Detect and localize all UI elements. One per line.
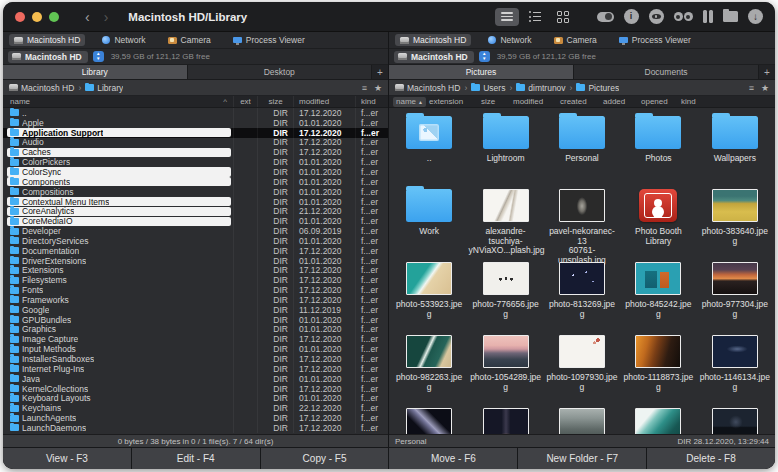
favorite-network[interactable]: Network	[97, 34, 150, 46]
file-row-launchagents[interactable]: LaunchAgentsDIR17.12.2020f...er	[3, 413, 388, 423]
file-row-components[interactable]: ComponentsDIR01.01.2020f...er	[3, 177, 388, 187]
tab-pictures[interactable]: Pictures	[389, 65, 574, 79]
favorite-macintosh-hd[interactable]: Macintosh HD	[395, 34, 471, 46]
drive-stepper[interactable]: ▲▼	[93, 51, 104, 62]
file-row-installersandboxes[interactable]: InstallerSandboxesDIR17.12.2020f...er	[3, 354, 388, 364]
drive-selector[interactable]: Macintosh HD	[394, 51, 474, 63]
file-row-input-methods[interactable]: Input MethodsDIR01.01.2020f...er	[3, 344, 388, 354]
file-row-extensions[interactable]: ExtensionsDIR17.12.2020f...er	[3, 266, 388, 276]
grid-item-darkland[interactable]	[697, 402, 773, 434]
file-row-internet-plug-ins[interactable]: Internet Plug-InsDIR17.12.2020f...er	[3, 364, 388, 374]
file-row-documentation[interactable]: DocumentationDIR17.12.2020f...er	[3, 246, 388, 256]
close-button[interactable]	[15, 12, 25, 22]
column-ext[interactable]: ext	[233, 96, 257, 107]
file-row-google[interactable]: GoogleDIR11.12.2019f...er	[3, 305, 388, 315]
column-size[interactable]: size	[257, 96, 293, 107]
breadcrumb-item-dimtrunov[interactable]: dimtrunov	[516, 83, 565, 93]
zoom-button[interactable]	[49, 12, 59, 22]
file-row-item[interactable]: ..DIR17.12.2020f...er	[3, 108, 388, 118]
file-row-gpubundles[interactable]: GPUBundlesDIR01.01.2020f...er	[3, 315, 388, 325]
grid-item-galaxy[interactable]	[391, 402, 467, 434]
function-button-f6[interactable]: Move - F6	[389, 448, 517, 469]
grid-item-photo-1054289-jpe[interactable]: photo-1054289.jpe g	[467, 329, 543, 402]
column-extension[interactable]: extension	[429, 96, 481, 107]
minimize-button[interactable]	[32, 12, 42, 22]
breadcrumb-item-macintosh-hd[interactable]: Macintosh HD	[9, 83, 74, 93]
file-row-keyboard-layouts[interactable]: Keyboard LayoutsDIR01.01.2020f...er	[3, 393, 388, 403]
grid-item-photo-1146134-jpe[interactable]: photo-1146134.jpe g	[697, 329, 773, 402]
file-row-compositions[interactable]: CompositionsDIR01.01.2020f...er	[3, 187, 388, 197]
file-row-image-capture[interactable]: Image CaptureDIR17.12.2020f...er	[3, 334, 388, 344]
detailed-list-view-button[interactable]	[523, 8, 547, 26]
breadcrumb-item-users[interactable]: Users	[471, 83, 505, 93]
file-row-colorpickers[interactable]: ColorPickersDIR01.01.2020f...er	[3, 157, 388, 167]
column-kind[interactable]: kind	[355, 96, 388, 107]
favorite-macintosh-hd[interactable]: Macintosh HD	[9, 34, 85, 46]
grid-item-work[interactable]: Work	[391, 183, 467, 256]
file-row-developer[interactable]: DeveloperDIR06.09.2019f...er	[3, 226, 388, 236]
grid-item-personal[interactable]: Personal	[544, 110, 620, 183]
file-row-filesystems[interactable]: FilesystemsDIR17.12.2020f...er	[3, 275, 388, 285]
forward-button[interactable]: ›	[104, 10, 109, 24]
breadcrumb-item-library[interactable]: Library	[85, 83, 123, 93]
search-button[interactable]	[674, 12, 693, 21]
column-name[interactable]: name ^	[3, 96, 233, 107]
column-kind[interactable]: kind	[681, 96, 707, 107]
column-modified[interactable]: modified	[513, 96, 560, 107]
file-row-application-support[interactable]: Application SupportDIR17.12.2020f...er	[3, 128, 388, 138]
file-row-kernelcollections[interactable]: KernelCollectionsDIR17.12.2020f...er	[3, 384, 388, 394]
file-row-frameworks[interactable]: FrameworksDIR17.12.2020f...er	[3, 295, 388, 305]
favorite-camera[interactable]: Camera	[549, 34, 602, 46]
file-row-contextual-menu-items[interactable]: Contextual Menu ItemsDIR01.01.2020f...er	[3, 197, 388, 207]
grid-item-photo-533923-jpe[interactable]: photo-533923.jpe g	[391, 256, 467, 329]
list-view-button[interactable]	[495, 8, 519, 26]
grid-item-item[interactable]: ..	[391, 110, 467, 183]
grid-item-photo-813269-jpe[interactable]: photo-813269.jpe g	[544, 256, 620, 329]
grid-item-photo-booth[interactable]: Photo Booth Library	[620, 183, 696, 256]
list-menu-icon[interactable]: ≡	[362, 83, 367, 93]
favorite-network[interactable]: Network	[483, 34, 536, 46]
grid-item-alexandre-tsuchiya[interactable]: alexandre-tsuchiya- yNViaXO...plash.jpg	[467, 183, 543, 256]
file-row-coreanalytics[interactable]: CoreAnalyticsDIR21.12.2020f...er	[3, 206, 388, 216]
queue-pause-button[interactable]	[703, 10, 714, 23]
network-folder-button[interactable]	[723, 11, 738, 22]
column-name[interactable]: name ▲	[393, 96, 429, 107]
grid-item-photo-1097930-jpe[interactable]: photo-1097930.jpe g	[544, 329, 620, 402]
grid-item-wallpapers[interactable]: Wallpapers	[697, 110, 773, 183]
tab-documents[interactable]: Documents	[574, 65, 759, 79]
breadcrumb-item-pictures[interactable]: Pictures	[576, 83, 619, 93]
favorite-star-icon[interactable]: ★	[374, 83, 382, 93]
grid-item-photo-845242-jpe[interactable]: photo-845242.jpe g	[620, 256, 696, 329]
toggle-panels-button[interactable]	[597, 8, 614, 26]
get-info-button[interactable]: i	[624, 9, 639, 24]
grid-item-fog[interactable]	[544, 402, 620, 434]
grid-item-photos[interactable]: Photos	[620, 110, 696, 183]
grid-item-photo-1118873-jpe[interactable]: photo-1118873.jpe g	[620, 329, 696, 402]
grid-view-button[interactable]	[551, 8, 575, 26]
file-row-audio[interactable]: AudioDIR17.12.2020f...er	[3, 138, 388, 148]
function-button-f7[interactable]: New Folder - F7	[518, 448, 646, 469]
grid-item-milkyway[interactable]	[467, 402, 543, 434]
new-tab-button[interactable]: +	[372, 65, 388, 79]
grid-item-lightroom[interactable]: Lightroom	[467, 110, 543, 183]
grid-item-photo-776656-jpe[interactable]: photo-776656.jpe g	[467, 256, 543, 329]
downloads-button[interactable]: ↓	[748, 9, 763, 24]
favorite-camera[interactable]: Camera	[163, 34, 216, 46]
drive-stepper[interactable]: ▲▼	[479, 51, 490, 62]
quick-look-button[interactable]	[649, 9, 664, 24]
function-button-f5[interactable]: Copy - F5	[261, 448, 389, 469]
file-row-coremediaio[interactable]: CoreMediaIODIR01.01.2020f...er	[3, 216, 388, 226]
back-button[interactable]: ‹	[85, 10, 90, 24]
favorite-star-icon[interactable]: ★	[761, 83, 769, 93]
list-menu-icon[interactable]: ≡	[749, 83, 754, 93]
function-button-f8[interactable]: Delete - F8	[647, 448, 775, 469]
drive-selector[interactable]: Macintosh HD	[8, 51, 88, 63]
file-row-launchdaemons[interactable]: LaunchDaemonsDIR17.12.2020f...er	[3, 423, 388, 433]
file-row-fonts[interactable]: FontsDIR17.12.2020f...er	[3, 285, 388, 295]
column-modified[interactable]: modified	[293, 96, 355, 107]
column-added[interactable]: added	[603, 96, 641, 107]
file-row-keychains[interactable]: KeychainsDIR22.12.2020f...er	[3, 403, 388, 413]
file-row-driverextensions[interactable]: DriverExtensionsDIR01.01.2020f...er	[3, 256, 388, 266]
function-button-f3[interactable]: View - F3	[3, 448, 131, 469]
tab-library[interactable]: Library	[3, 65, 188, 79]
